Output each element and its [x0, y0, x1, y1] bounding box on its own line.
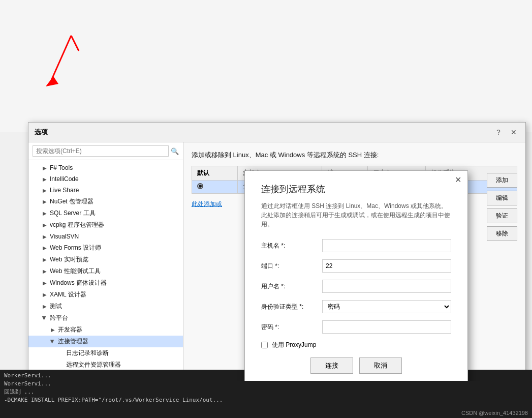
- tree-label-fsharp: F# Tools: [50, 164, 73, 171]
- tree-label-logging: 日志记录和诊断: [66, 349, 109, 357]
- dialog-body: 🔍 ▶ F# Tools ▶ IntelliCode ▶ Live Share …: [28, 142, 525, 381]
- tree-item-winforms[interactable]: ▶ Windows 窗体设计器: [28, 277, 183, 289]
- proxy-jump-checkbox[interactable]: [261, 342, 268, 348]
- col-default: 默认: [192, 166, 238, 181]
- tree-search-input[interactable]: [33, 145, 169, 157]
- tree-label-connectionmanager: 连接管理器: [58, 337, 88, 346]
- tree-item-vcpkg[interactable]: ▶ vcpkg 程序包管理器: [28, 219, 183, 231]
- password-input[interactable]: [322, 320, 451, 334]
- tree-item-remotefiles[interactable]: 远程文件资源管理器: [28, 359, 183, 371]
- ssh-header: 添加或移除到 Linux、Mac 或 Windows 等远程系统的 SSH 连接…: [192, 151, 517, 160]
- edit-button[interactable]: 编辑: [487, 191, 517, 205]
- tree-arrow-webpreview: ▶: [41, 256, 49, 264]
- tree-item-connectionmanager[interactable]: ▶ 连接管理器: [28, 336, 183, 347]
- connect-button[interactable]: 连接: [310, 357, 353, 374]
- tree-content: ▶ F# Tools ▶ IntelliCode ▶ Live Share ▶ …: [28, 160, 183, 381]
- cell-default: [192, 181, 238, 194]
- auth-type-select[interactable]: 密码 私钥: [322, 300, 451, 313]
- tree-item-devcontainer[interactable]: ▶ 开发容器: [28, 324, 183, 336]
- port-label: 端口 *:: [261, 262, 322, 271]
- tree-item-logging[interactable]: 日志记录和诊断: [28, 347, 183, 359]
- remove-button[interactable]: 移除: [487, 226, 517, 241]
- auth-type-label: 身份验证类型 *:: [261, 303, 322, 311]
- tree-arrow-devcontainer: ▶: [49, 326, 57, 334]
- verify-button[interactable]: 验证: [487, 208, 517, 223]
- tree-label-intellicode: IntelliCode: [50, 175, 79, 183]
- dialog-help-btn[interactable]: ?: [493, 127, 504, 138]
- tree-label-webpreview: Web 实时预览: [50, 255, 88, 264]
- radio-default[interactable]: [197, 183, 203, 189]
- connect-close-button[interactable]: ✕: [455, 175, 461, 185]
- output-line-5: -DCMAKE_INSTALL_PREFIX:PATH="/root/.vs/W…: [4, 396, 528, 404]
- connect-cancel-button[interactable]: 取消: [359, 357, 402, 374]
- tree-label-webforms: Web Forms 设计师: [50, 244, 101, 252]
- username-row: 用户名 *:: [261, 280, 451, 293]
- port-row: 端口 *:: [261, 259, 451, 273]
- tree-label-webperf: Web 性能测试工具: [50, 267, 101, 276]
- connect-dialog: ✕ 连接到远程系统 通过此对话框使用 SSH 连接到 Linux、Mac、Win…: [244, 170, 468, 381]
- tree-label-remotefiles: 远程文件资源管理器: [66, 361, 121, 369]
- tree-item-fsharp[interactable]: ▶ F# Tools: [28, 162, 183, 173]
- tree-arrow-webforms: ▶: [41, 244, 49, 252]
- tree-item-webforms[interactable]: ▶ Web Forms 设计师: [28, 242, 183, 254]
- tree-arrow-xaml: ▶: [41, 291, 49, 299]
- proxy-jump-row: 使用 ProxyJump: [261, 341, 451, 349]
- connect-title: 连接到远程系统: [261, 183, 451, 195]
- right-panel: 添加或移除到 Linux、Mac 或 Windows 等远程系统的 SSH 连接…: [183, 142, 525, 381]
- tree-arrow-liveshare: ▶: [41, 186, 49, 194]
- tree-arrow-visualsvn: ▶: [41, 232, 49, 241]
- dialog-title: 选项: [35, 128, 48, 137]
- tree-panel: 🔍 ▶ F# Tools ▶ IntelliCode ▶ Live Share …: [28, 142, 183, 381]
- tree-arrow-test: ▶: [41, 303, 49, 311]
- tree-item-intellicode[interactable]: ▶ IntelliCode: [28, 173, 183, 185]
- tree-label-devcontainer: 开发容器: [58, 325, 82, 334]
- tree-item-webperf[interactable]: ▶ Web 性能测试工具: [28, 265, 183, 277]
- connect-desc: 通过此对话框使用 SSH 连接到 Linux、Mac、Windows 或其他系统…: [261, 201, 451, 229]
- dialog-controls: ? ✕: [493, 127, 519, 138]
- username-input[interactable]: [322, 280, 451, 293]
- hostname-row: 主机名 *:: [261, 239, 451, 252]
- hostname-label: 主机名 *:: [261, 242, 322, 250]
- hostname-input[interactable]: [322, 239, 451, 252]
- tree-item-nuget[interactable]: ▶ NuGet 包管理器: [28, 196, 183, 207]
- dialog-close-btn[interactable]: ✕: [508, 127, 519, 138]
- tree-arrow-webperf: ▶: [41, 267, 49, 276]
- tree-arrow-sqlserver: ▶: [41, 210, 49, 218]
- add-button[interactable]: 添加: [487, 173, 517, 188]
- auth-type-row: 身份验证类型 *: 密码 私钥: [261, 300, 451, 313]
- tree-arrow-crossplatform: ▶: [41, 314, 49, 322]
- ide-background: [0, 0, 532, 132]
- tree-item-webpreview[interactable]: ▶ Web 实时预览: [28, 254, 183, 265]
- tree-arrow-vcpkg: ▶: [41, 221, 49, 229]
- tree-label-test: 测试: [50, 302, 62, 311]
- tree-label-sqlserver: SQL Server 工具: [50, 209, 96, 218]
- dialog-title-bar: 选项 ? ✕: [28, 123, 525, 142]
- password-row: 密码 *:: [261, 320, 451, 334]
- proxy-jump-label: 使用 ProxyJump: [272, 341, 316, 349]
- tree-item-crossplatform[interactable]: ▶ 跨平台: [28, 312, 183, 324]
- tree-label-xaml: XAML 设计器: [50, 290, 86, 299]
- username-label: 用户名 *:: [261, 282, 322, 291]
- output-line-4: 回退到 ...: [4, 388, 528, 396]
- password-label: 密码 *:: [261, 323, 322, 332]
- tree-item-xaml[interactable]: ▶ XAML 设计器: [28, 289, 183, 301]
- search-box: 🔍: [28, 142, 183, 160]
- tree-label-crossplatform: 跨平台: [50, 314, 68, 322]
- tree-arrow-intellicode: ▶: [41, 175, 49, 183]
- tree-arrow-connectionmanager: ▶: [49, 338, 57, 346]
- options-dialog: 选项 ? ✕ 🔍 ▶ F# Tools ▶ IntelliCode: [28, 122, 526, 407]
- watermark: CSDN @weixin_41432198: [461, 410, 528, 416]
- tree-item-test[interactable]: ▶ 测试: [28, 301, 183, 312]
- tree-label-vcpkg: vcpkg 程序包管理器: [50, 221, 104, 229]
- tree-label-visualsvn: VisualSVN: [50, 233, 79, 240]
- tree-item-visualsvn[interactable]: ▶ VisualSVN: [28, 231, 183, 242]
- tree-arrow-nuget: ▶: [41, 198, 49, 206]
- tree-item-liveshare[interactable]: ▶ Live Share: [28, 185, 183, 196]
- tree-search-icon[interactable]: 🔍: [171, 147, 179, 155]
- tree-label-liveshare: Live Share: [50, 187, 79, 194]
- output-line-2: WorkerServi...: [4, 380, 528, 388]
- tree-label-nuget: NuGet 包管理器: [50, 197, 93, 206]
- action-buttons: 添加 编辑 验证 移除: [487, 173, 517, 241]
- tree-item-sqlserver[interactable]: ▶ SQL Server 工具: [28, 207, 183, 219]
- port-input[interactable]: [322, 259, 451, 273]
